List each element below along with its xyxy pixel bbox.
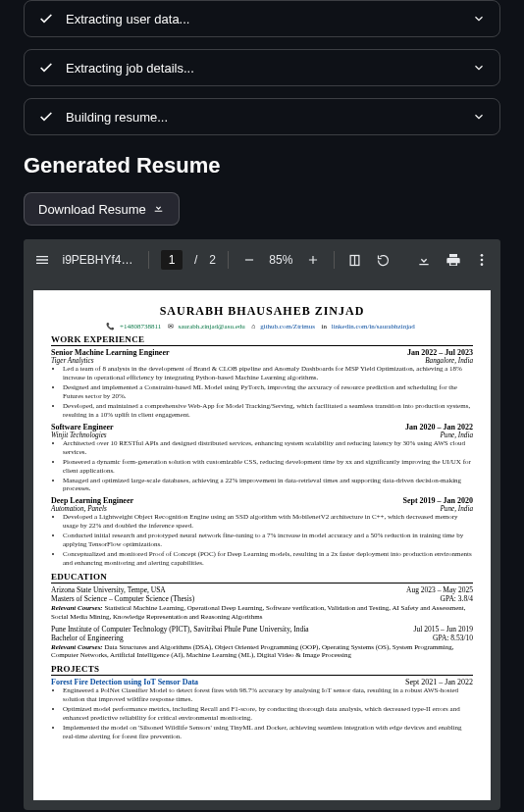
- page-total: 2: [209, 253, 216, 267]
- phone: +14808738811: [120, 323, 161, 330]
- bullet: Developed a Lightweight Object Recogniti…: [63, 513, 473, 531]
- edu-entry: Pune Institute of Computer Technology (P…: [51, 625, 473, 661]
- section-work: WORK EXPERIENCE: [51, 334, 473, 346]
- zoom-out-icon[interactable]: [240, 249, 257, 271]
- bullet: Designed and implemented a Constraint-ba…: [63, 383, 473, 401]
- expander-label: Extracting job details...: [66, 61, 472, 76]
- expander-label: Extracting user data...: [66, 12, 472, 26]
- job-entry: Deep Learning EngineerSept 2019 – Jan 20…: [51, 496, 473, 568]
- bullet: Led a team of 8 analysts in the developm…: [63, 365, 473, 382]
- bullet: Implemented the model on 'Silsoned Wildl…: [63, 724, 473, 741]
- github: github.com/Ztrimus: [260, 323, 315, 330]
- expander-build-resume[interactable]: Building resume...: [24, 98, 500, 135]
- rotate-icon[interactable]: [375, 249, 392, 271]
- expander-extract-job[interactable]: Extracting job details...: [24, 49, 500, 86]
- pdf-doc-name: i9PEBHYf4UB5…: [62, 253, 136, 267]
- fit-page-icon[interactable]: [346, 249, 363, 271]
- bullet: Conceptualized and monitored Proof of Co…: [63, 550, 473, 568]
- expander-extract-user[interactable]: Extracting user data...: [24, 0, 500, 37]
- edu-entry: Arizona State University, Tempe, USAAug …: [51, 585, 473, 622]
- resume-contact: 📞 +14808738811 ✉ saurabh.zinjad@asu.edu …: [51, 323, 473, 330]
- separator: [334, 251, 335, 269]
- bullet: Engineered a PolNet Classifier Model to …: [63, 686, 473, 704]
- bullet: Pioneered a dynamic form-generation solu…: [63, 458, 473, 476]
- bullet: Managed and optimized large-scale databa…: [63, 477, 473, 494]
- chevron-down-icon: [472, 61, 486, 75]
- chevron-down-icon: [472, 12, 486, 25]
- heading-generated-resume: Generated Resume: [24, 153, 500, 178]
- pdf-viewer: i9PEBHYf4UB5… / 2 85% SAURABH BHA: [24, 239, 500, 810]
- page-number-input[interactable]: [161, 250, 183, 270]
- download-icon: [152, 201, 165, 217]
- page-sep: /: [194, 253, 197, 267]
- download-button-label: Download Resume: [38, 202, 146, 217]
- svg-point-5: [481, 263, 484, 266]
- bullet: Conducted initial research and prototype…: [63, 532, 473, 549]
- bullet: Optimized model performance metrics, inc…: [63, 705, 473, 723]
- separator: [228, 251, 229, 269]
- section-edu: EDUCATION: [51, 572, 473, 584]
- expander-label: Building resume...: [66, 110, 472, 125]
- check-icon: [38, 109, 54, 125]
- more-icon[interactable]: [473, 249, 490, 271]
- check-icon: [38, 11, 54, 26]
- bullet: Architected over 10 RESTful APIs and des…: [63, 439, 473, 457]
- separator: [148, 251, 149, 269]
- check-icon: [38, 60, 54, 76]
- menu-icon[interactable]: [33, 249, 50, 271]
- svg-point-3: [481, 254, 484, 257]
- zoom-level: 85%: [269, 253, 292, 267]
- svg-point-4: [481, 259, 484, 262]
- section-projects: PROJECTS: [51, 664, 473, 676]
- download-pdf-icon[interactable]: [416, 249, 433, 271]
- zoom-in-icon[interactable]: [304, 249, 321, 271]
- resume-name: SAURABH BHAUSAHEB ZINJAD: [51, 304, 473, 319]
- pdf-toolbar: i9PEBHYf4UB5… / 2 85%: [24, 239, 500, 280]
- pdf-page: SAURABH BHAUSAHEB ZINJAD 📞 +14808738811 …: [33, 290, 491, 800]
- chevron-down-icon: [472, 110, 486, 124]
- svg-rect-0: [244, 259, 252, 260]
- download-resume-button[interactable]: Download Resume: [24, 192, 180, 226]
- job-entry: Software EngineerJan 2020 – Jan 2022 Win…: [51, 423, 473, 494]
- project-entry: Forest Fire Detection using IoT Sensor D…: [51, 678, 473, 741]
- job-entry: Senior Machine Learning EngineerJan 2022…: [51, 348, 473, 420]
- print-icon[interactable]: [445, 249, 461, 271]
- email: saurabh.zinjad@asu.edu: [179, 323, 245, 330]
- linkedin: linkedin.com/in/saurabhzinjad: [332, 323, 415, 330]
- bullet: Developed, and maintained a comprehensiv…: [63, 402, 473, 420]
